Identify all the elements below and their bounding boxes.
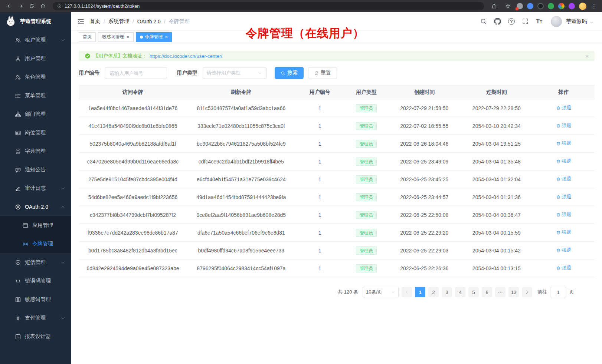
sidebar-item[interactable]: 报表设计器 [0, 327, 71, 346]
github-icon[interactable] [494, 18, 501, 25]
page-number-button[interactable]: 4 [455, 287, 465, 297]
goto-page-input[interactable] [550, 287, 566, 297]
extension-icon[interactable] [569, 3, 575, 9]
next-page-button[interactable] [522, 287, 532, 297]
doc-link[interactable]: https://doc.iocoder.cn/user-center/ [150, 53, 222, 59]
sidebar-item[interactable]: 角色管理 [0, 68, 71, 86]
page-number-button[interactable]: 3 [442, 287, 452, 297]
force-logout-button[interactable]: 强退 [556, 247, 572, 254]
caret-down-icon[interactable] [589, 20, 594, 25]
sidebar-item[interactable]: 租户管理 [0, 31, 71, 49]
sidebar-item[interactable]: 敏感词管理 [0, 290, 71, 309]
page-number-button[interactable]: 6 [482, 287, 492, 297]
page-number-button[interactable]: 1 [415, 287, 425, 297]
search-icon[interactable] [480, 18, 487, 25]
font-size-icon[interactable]: TT [536, 18, 542, 24]
browser-back-button[interactable] [4, 2, 14, 11]
sidebar-item[interactable]: 通知公告 [0, 161, 71, 179]
force-logout-button[interactable]: 强退 [556, 193, 572, 200]
reset-button[interactable]: 重置 [308, 67, 337, 79]
prev-page-button[interactable] [402, 287, 412, 297]
user-avatar[interactable] [551, 16, 562, 27]
force-logout-button[interactable]: 强退 [556, 140, 572, 147]
tab-close-icon[interactable]: × [165, 34, 168, 39]
breadcrumb-item[interactable]: OAuth 2.0/ [137, 19, 169, 24]
user-type-badge: 管理员 [356, 175, 377, 183]
delete-icon [556, 159, 561, 164]
sidebar-item[interactable]: 字典管理 [0, 142, 71, 161]
username[interactable]: 芋道源码 [566, 18, 587, 25]
sidebar-item[interactable]: 用户管理 [0, 49, 71, 68]
alert-close-icon[interactable]: × [585, 53, 589, 59]
sidebar-item[interactable]: 部门管理 [0, 105, 71, 123]
force-logout-button[interactable]: 强退 [556, 158, 572, 165]
user-id-cell: 1 [295, 117, 344, 135]
search-button[interactable]: 搜索 [275, 67, 304, 79]
tab-close-icon[interactable]: × [127, 34, 130, 39]
table-row: 502375b8040a469a9b82188afdf6af1f be90422… [79, 135, 595, 153]
help-icon[interactable]: ? [508, 18, 515, 25]
sidebar-item[interactable]: 应用管理 [0, 216, 71, 235]
address-bar[interactable]: 127.0.0.1:1024/system/oauth2/token [53, 2, 484, 10]
user-id-cell: 1 [295, 153, 344, 171]
sidebar-item[interactable]: 菜单管理 [0, 86, 71, 105]
refresh-token-cell: cdfc4ce9c2da4bb1bdf21b9918ff4be5 [187, 153, 295, 171]
force-logout-button[interactable]: 强退 [556, 211, 572, 218]
user-id-input[interactable] [105, 67, 167, 79]
page-number-button[interactable]: 5 [468, 287, 479, 297]
force-logout-button[interactable]: 强退 [556, 229, 572, 236]
sidebar-item[interactable]: 错误码管理 [0, 272, 71, 290]
view-tab[interactable]: 令牌管理 × [136, 32, 172, 42]
browser-profile-avatar[interactable] [579, 3, 586, 10]
sidebar-item[interactable]: 支付管理 [0, 309, 71, 327]
back-arrow-icon [7, 3, 12, 9]
force-logout-button[interactable]: 强退 [556, 105, 572, 111]
goto-suffix: 页 [569, 289, 574, 295]
extension-icon[interactable] [517, 3, 523, 9]
extension-icon[interactable] [558, 3, 565, 9]
sidebar-item[interactable]: OAuth 2.0 [0, 198, 71, 216]
delete-icon [556, 195, 561, 199]
breadcrumb-item[interactable]: 系统管理/ [108, 18, 137, 25]
browser-reload-button[interactable] [27, 2, 36, 11]
sidebar-item[interactable]: 审计日志 [0, 179, 71, 198]
user-type-cell: 管理员 [344, 135, 388, 153]
chevron-down-icon [60, 186, 65, 191]
extension-icon[interactable] [548, 3, 554, 9]
sidebar-item[interactable]: 令牌管理 [0, 235, 71, 253]
search-icon [281, 71, 285, 76]
sidebar-toggle-icon[interactable] [77, 18, 85, 25]
page-number-button[interactable]: ··· [495, 287, 506, 297]
page-number-button[interactable]: 12 [508, 287, 519, 297]
force-logout-button[interactable]: 强退 [556, 176, 572, 182]
extension-icon[interactable] [527, 3, 533, 9]
page-size-select[interactable]: 10条/页 [363, 287, 399, 297]
breadcrumb-item[interactable]: 令牌管理/ [169, 18, 190, 25]
fullscreen-icon[interactable] [522, 18, 529, 25]
app-logo[interactable]: 芋道管理系统 [0, 12, 71, 31]
user-type-select[interactable]: 请选择用户类型 [203, 67, 266, 79]
page-number-button[interactable]: 2 [428, 287, 439, 297]
force-logout-button[interactable]: 强退 [556, 265, 572, 271]
browser-home-button[interactable] [38, 2, 48, 11]
delete-icon [556, 266, 561, 271]
view-tab[interactable]: 首页 [79, 32, 96, 42]
expire-time-cell: 2054-03-04 00:13:15 [461, 259, 533, 277]
access-token-cell: 54d6be82ee5a460a9aedc1f9bf223656 [79, 188, 187, 206]
site-info-icon[interactable] [57, 4, 62, 9]
sidebar-item[interactable]: 短信管理 [0, 253, 71, 272]
access-token-cell: b0d1785bc3a8482f812db4a3f3bd15ec [79, 242, 187, 259]
view-tab[interactable]: 敏感词管理 × [98, 32, 134, 42]
browser-forward-button[interactable] [16, 2, 25, 11]
sidebar-item[interactable]: 岗位管理 [0, 123, 71, 142]
sidebar-item-label: 角色管理 [25, 74, 65, 80]
force-logout-button[interactable]: 强退 [556, 122, 572, 129]
expire-time-cell: 2054-03-04 00:15:59 [461, 224, 533, 242]
extension-icon[interactable] [537, 3, 544, 9]
browser-menu-kebab-icon[interactable]: ⋮ [590, 3, 598, 10]
user-type-badge: 管理员 [356, 229, 377, 237]
breadcrumb-item[interactable]: 首页/ [90, 18, 108, 25]
pay-icon [15, 315, 21, 321]
bookmark-button[interactable] [503, 2, 513, 11]
share-button[interactable] [489, 2, 499, 11]
